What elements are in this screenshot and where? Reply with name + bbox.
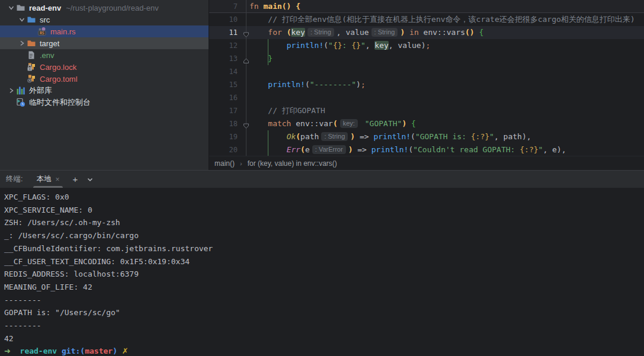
breadcrumb-separator-icon: › [240, 160, 242, 167]
code-line-16[interactable]: 16 [209, 91, 644, 104]
chevron-down-icon[interactable] [6, 4, 16, 11]
indent-guide-for-block [268, 39, 268, 65]
gutter-line-20: 20 [209, 143, 246, 156]
code-line-13[interactable]: 13 } [209, 52, 644, 65]
tab-close-icon[interactable]: × [55, 175, 59, 184]
terminal-line: XPC_FLAGS: 0x0 [4, 191, 644, 204]
tree-item-label: src [40, 15, 50, 24]
fold-marker-up-icon[interactable] [243, 55, 249, 68]
gutter-line-18: 18 [209, 117, 246, 130]
prompt-dirty-icon: ✗ [122, 347, 129, 355]
terminal-line: 42 [4, 332, 644, 345]
line-number: 14 [229, 65, 238, 78]
terminal-line: __CFBundleIdentifier: com.jetbrains.rust… [4, 242, 644, 255]
tree-item-label: .env [40, 51, 55, 60]
tree-item-src[interactable]: src [0, 14, 209, 25]
prompt-git-branch: master [85, 347, 113, 355]
gutter-line-16: 16 [209, 91, 246, 104]
prompt-git-prefix: git:( [62, 347, 85, 355]
terminal-dropdown-chevron-icon[interactable] [86, 176, 94, 183]
prompt-git-suffix: ) [113, 347, 117, 355]
line-number: 15 [229, 78, 238, 91]
code-line-17[interactable]: 17 // 打印GOPATH [209, 104, 644, 117]
library-icon [16, 86, 25, 95]
chevron-right-icon[interactable] [6, 87, 16, 94]
tree-item-label: main.rs [50, 27, 76, 36]
text-file-icon [27, 50, 36, 60]
terminal-prompt: ➜ read-env git:(master) ✗ [4, 345, 644, 356]
terminal-tab-local[interactable]: 本地 × [32, 171, 63, 188]
code-text: println!("{}: {}", key, value); [246, 39, 644, 52]
tree-item-target[interactable]: target [0, 37, 209, 49]
code-line-19[interactable]: 19 Ok(path: String) => println!("GOPATH … [209, 130, 644, 143]
gutter-line-15: 15 [209, 78, 246, 91]
code-line-11[interactable]: 11 for (key: String, value: String) in e… [209, 26, 644, 39]
terminal-header: 终端: 本地 × + [0, 171, 644, 188]
folder-orange-icon [27, 39, 36, 48]
fold-marker-down-icon[interactable] [243, 120, 249, 133]
project-path-hint: ~/rust-playground/read-env [66, 4, 158, 12]
code-line-12[interactable]: 12 println!("{}: {}", key, value); [209, 39, 644, 52]
tree-item-env-file[interactable]: .env [0, 49, 209, 61]
code-line-18[interactable]: 18 match env::var(key: "GOPATH") { [209, 117, 644, 130]
terminal-line: REDIS_ADDRESS: localhost:6379 [4, 268, 644, 281]
tree-item-external-libraries[interactable]: 外部库 [0, 85, 209, 97]
terminal-line: MEANING_OF_LIFE: 42 [4, 281, 644, 294]
line-number: 12 [229, 39, 238, 52]
line-number: 11 [229, 26, 238, 39]
sticky-line-container: 7fn main() { [209, 0, 644, 13]
svg-text:RS: RS [40, 31, 44, 36]
gutter-line-13: 13 [209, 52, 246, 65]
gutter-line-10: 10 [209, 13, 246, 26]
gutter-line-19: 19 [209, 130, 246, 143]
terminal-output[interactable]: XPC_FLAGS: 0x0XPC_SERVICE_NAME: 0ZSH: /U… [0, 188, 644, 356]
terminal-line: -------- [4, 319, 644, 332]
tree-item-main-rs[interactable]: RSmain.rs [0, 25, 209, 37]
line-number: 20 [229, 143, 238, 156]
cargo-lock-icon [27, 62, 36, 72]
breadcrumb-item[interactable]: main() [214, 159, 235, 168]
terminal-tool-window: 终端: 本地 × + XPC_FLAGS: 0x0XPC_SERVICE_NAM… [0, 170, 644, 356]
code-text: println!("--------"); [246, 78, 644, 91]
terminal-line: -------- [4, 294, 644, 307]
chevron-right-icon[interactable] [17, 40, 27, 47]
chevron-down-icon[interactable] [17, 16, 27, 23]
fold-marker-down-icon[interactable] [243, 29, 249, 42]
new-terminal-button[interactable]: + [73, 174, 78, 184]
inlay-hint: : String [371, 28, 398, 37]
terminal-line: _: /Users/sc/.cargo/bin/cargo [4, 229, 644, 242]
line-number: 7 [233, 0, 238, 13]
code-line-15[interactable]: 15 println!("--------"); [209, 78, 644, 91]
tree-item-label: read-env [29, 4, 61, 12]
tree-item-cargo-toml[interactable]: Cargo.toml [0, 73, 209, 85]
gutter-line-11: 11 [209, 26, 246, 39]
code-line-10[interactable]: 10 // 打印全部env信息(相比于直接在机器上执行env命令，该crate还… [209, 13, 644, 26]
tree-item-label: Cargo.lock [40, 63, 76, 72]
tree-item-label: Cargo.toml [40, 75, 78, 84]
editor-lines[interactable]: 10 // 打印全部env信息(相比于直接在机器上执行env命令，该crate还… [209, 13, 644, 156]
line-number: 13 [229, 52, 238, 65]
terminal-line: ZSH: /Users/sc/.oh-my-zsh [4, 216, 644, 229]
sticky-code-line-7[interactable]: 7fn main() { [209, 0, 644, 13]
tree-item-label: 外部库 [29, 85, 52, 96]
tree-item-cargo-lock[interactable]: Cargo.lock [0, 61, 209, 73]
gutter-line-7: 7 [209, 0, 246, 12]
tree-item-scratches[interactable]: 临时文件和控制台 [0, 97, 209, 108]
code-text: for (key: String, value: String) in env:… [246, 26, 644, 39]
code-text: } [246, 52, 644, 65]
editor-pane[interactable]: 7fn main() { 10 // 打印全部env信息(相比于直接在机器上执行… [209, 0, 644, 170]
tree-item-root[interactable]: read-env~/rust-playground/read-env [0, 2, 209, 14]
terminal-panel-label: 终端: [6, 174, 23, 184]
code-line-14[interactable]: 14 [209, 65, 644, 78]
gutter-line-14: 14 [209, 65, 246, 78]
cargo-toml-icon [27, 74, 36, 84]
inlay-hint: : String [307, 28, 334, 37]
indent-guide-match-block [268, 130, 268, 156]
project-tree-panel[interactable]: read-env~/rust-playground/read-envsrcRSm… [0, 0, 209, 170]
breadcrumb: main()›for (key, value) in env::vars() [209, 156, 644, 170]
breadcrumb-item[interactable]: for (key, value) in env::vars() [248, 159, 337, 168]
code-text [246, 91, 644, 104]
code-line-20[interactable]: 20 Err(e: VarError) => println!("Couldn'… [209, 143, 644, 156]
line-number: 10 [229, 13, 238, 26]
rust-file-icon: RS [37, 27, 47, 36]
